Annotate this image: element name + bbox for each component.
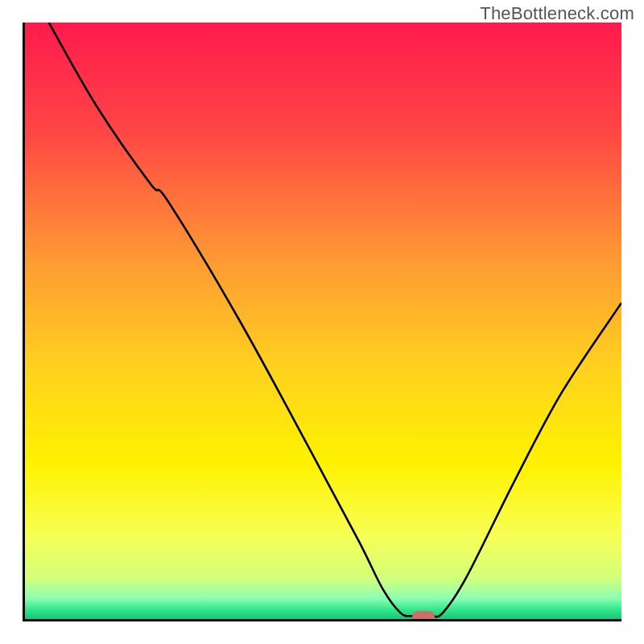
plot-area <box>23 23 621 621</box>
bottleneck-curve <box>49 23 621 617</box>
chart-container: TheBottleneck.com <box>0 0 644 644</box>
optimal-marker <box>412 611 435 621</box>
curve-layer <box>25 23 621 619</box>
watermark-text: TheBottleneck.com <box>480 3 634 24</box>
